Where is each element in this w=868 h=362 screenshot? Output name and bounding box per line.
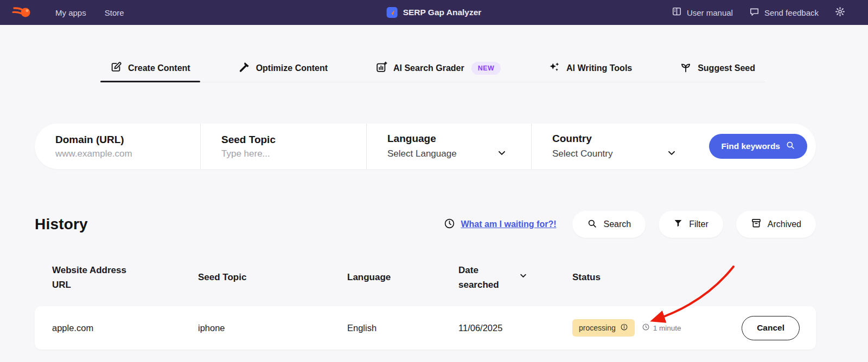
language-label: Language [387, 133, 531, 145]
status-badge: processing [572, 319, 635, 337]
semrush-logo-icon[interactable] [12, 4, 34, 21]
language-select-value: Select Language [387, 148, 457, 159]
tab-suggest-seed[interactable]: Suggest Seed [670, 54, 765, 82]
clock-icon [444, 218, 455, 231]
row-language: English [347, 323, 458, 333]
tab-suggest-seed-label: Suggest Seed [698, 63, 755, 73]
edit-pencil-icon [110, 61, 122, 75]
tab-optimize-content[interactable]: Optimize Content [228, 54, 337, 82]
filter-funnel-icon [673, 218, 683, 230]
info-icon[interactable] [620, 323, 628, 333]
top-bar: My apps Store SERP Gap Analyzer User man… [0, 0, 868, 25]
grader-chart-icon [375, 61, 387, 75]
column-status: Status [572, 270, 714, 285]
seed-topic-input[interactable] [221, 148, 346, 159]
tab-create-content-label: Create Content [128, 63, 190, 73]
chevron-down-icon [496, 147, 507, 160]
tool-tabs: Create Content Optimize Content AI Searc… [100, 54, 765, 82]
search-icon [786, 140, 795, 152]
tab-ai-writing-tools[interactable]: AI Writing Tools [539, 54, 642, 82]
language-field-group: Language Select Language [367, 124, 532, 169]
row-seed-topic: iphone [198, 323, 347, 333]
search-button-label: Search [603, 219, 631, 229]
row-date: 11/06/2025 [458, 323, 572, 333]
country-select[interactable]: Select Country [552, 147, 701, 160]
send-feedback-label: Send feedback [764, 8, 819, 17]
app-header: SERP Gap Analyzer [387, 7, 482, 18]
send-feedback-button[interactable]: Send feedback [749, 7, 819, 18]
domain-field-group: Domain (URL) [35, 124, 201, 169]
language-select[interactable]: Select Language [387, 147, 531, 160]
seed-topic-field-group: Seed Topic [201, 124, 367, 169]
user-manual-label: User manual [687, 8, 733, 17]
cancel-button[interactable]: Cancel [742, 316, 800, 340]
archive-box-icon [751, 218, 762, 231]
find-keywords-label: Find keywords [721, 141, 780, 151]
clock-icon [642, 323, 650, 333]
domain-label: Domain (URL) [55, 134, 200, 146]
history-section-header: History What am I waiting for?! Search [35, 210, 816, 238]
book-icon [672, 7, 682, 18]
elapsed-label: 1 minute [653, 324, 681, 332]
history-title: History [35, 216, 88, 233]
column-language: Language [347, 270, 458, 285]
column-seed-topic: Seed Topic [198, 270, 347, 285]
country-label: Country [552, 133, 701, 145]
find-keywords-button[interactable]: Find keywords [709, 134, 807, 159]
history-row: apple.com iphone English 11/06/2025 proc… [35, 306, 816, 350]
archived-button-label: Archived [768, 219, 801, 229]
waiting-link[interactable]: What am I waiting for?! [461, 219, 556, 229]
row-website: apple.com [52, 323, 198, 333]
settings-button[interactable] [835, 7, 845, 18]
history-table-header: Website Address URL Seed Topic Language … [35, 259, 816, 296]
sprout-icon [680, 61, 692, 75]
column-website-address: Website Address URL [52, 263, 198, 292]
archived-button[interactable]: Archived [736, 211, 816, 238]
row-status-cell: processing 1 minute [572, 319, 714, 337]
new-badge: NEW [471, 62, 501, 75]
hammer-icon [238, 61, 250, 75]
filter-button[interactable]: Filter [659, 211, 723, 238]
search-button[interactable]: Search [572, 211, 646, 238]
keyword-search-form: Domain (URL) Seed Topic Language Select … [35, 124, 816, 169]
filter-button-label: Filter [689, 219, 709, 229]
seed-topic-label: Seed Topic [221, 134, 366, 146]
gear-icon [835, 7, 845, 18]
tab-ai-writing-tools-label: AI Writing Tools [566, 63, 632, 73]
user-manual-button[interactable]: User manual [672, 7, 733, 18]
sparkles-icon [548, 61, 560, 75]
domain-input[interactable] [55, 148, 180, 159]
sort-chevron-down-icon[interactable] [519, 270, 528, 285]
search-icon [587, 218, 597, 231]
country-select-value: Select Country [552, 148, 613, 159]
column-date-searched: Date searched [458, 263, 572, 292]
tab-ai-search-grader[interactable]: AI Search Grader NEW [366, 54, 510, 82]
tab-ai-search-grader-label: AI Search Grader [393, 63, 464, 73]
chat-bubble-icon [749, 7, 760, 18]
status-label: processing [579, 324, 616, 332]
nav-my-apps[interactable]: My apps [55, 8, 86, 17]
app-title: SERP Gap Analyzer [403, 8, 482, 17]
nav-store[interactable]: Store [105, 8, 124, 17]
waiting-info: What am I waiting for?! [444, 218, 556, 231]
chevron-down-icon [666, 147, 677, 160]
country-field-group: Country Select Country [532, 124, 701, 169]
elapsed-time: 1 minute [642, 323, 681, 333]
tab-create-content[interactable]: Create Content [100, 54, 200, 82]
tab-optimize-content-label: Optimize Content [256, 63, 328, 73]
app-icon [387, 7, 398, 18]
